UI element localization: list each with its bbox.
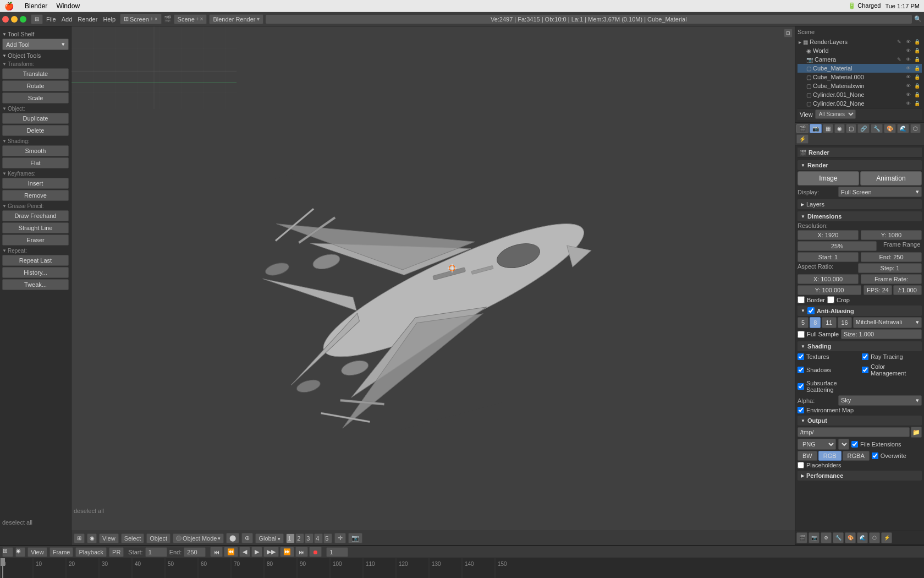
- timeline-playback-btn[interactable]: Playback: [75, 547, 107, 557]
- file-extensions-checkbox[interactable]: [851, 441, 858, 448]
- cube-material-lock-icon[interactable]: 🔒: [913, 64, 921, 72]
- render-section-header[interactable]: Render: [798, 160, 922, 170]
- world-eye-icon[interactable]: 👁: [904, 47, 912, 54]
- remove-button[interactable]: Remove: [2, 190, 69, 201]
- prop-icon-1[interactable]: 🎬: [796, 532, 807, 543]
- repeat-last-button[interactable]: Repeat Last: [2, 255, 69, 266]
- aa-header[interactable]: Anti-Aliasing: [798, 306, 922, 316]
- scene-add-icon[interactable]: +: [196, 16, 199, 22]
- prop-icon-3[interactable]: ⚙: [821, 532, 832, 543]
- outliner-item-cube-materialxwin[interactable]: ▢ Cube_Materialxwin 👁 🔒: [798, 81, 922, 90]
- render-icon[interactable]: ◉: [87, 533, 97, 543]
- resolution-y-field[interactable]: Y: 1080: [861, 230, 922, 240]
- full-sample-checkbox[interactable]: [798, 331, 805, 338]
- timeline-frame-icon[interactable]: ◉: [15, 547, 25, 557]
- border-checkbox[interactable]: [798, 296, 805, 303]
- straight-line-button[interactable]: Straight Line: [2, 222, 69, 233]
- menu-render[interactable]: Render: [75, 16, 100, 23]
- texture-tab[interactable]: 🌊: [897, 124, 909, 133]
- select-menu[interactable]: Select: [121, 533, 145, 543]
- constraints-tab[interactable]: 🔗: [857, 124, 870, 133]
- current-frame-field[interactable]: 1: [326, 547, 348, 557]
- mode-dropdown-icon[interactable]: ▾: [218, 536, 221, 541]
- textures-checkbox[interactable]: [798, 353, 804, 360]
- aa-size-field[interactable]: Size: 1.000: [841, 329, 922, 339]
- ray-tracing-checkbox[interactable]: [862, 353, 868, 360]
- screen-add-icon[interactable]: +: [150, 16, 153, 22]
- camera-lock-icon[interactable]: 🔒: [913, 56, 921, 63]
- add-tool-button[interactable]: Add Tool ▾: [2, 39, 69, 50]
- menu-help[interactable]: Help: [101, 16, 118, 23]
- cube-material-eye-icon[interactable]: 👁: [904, 64, 912, 72]
- bw-button[interactable]: BW: [798, 451, 817, 461]
- draw-freehand-button[interactable]: Draw Freehand: [2, 210, 69, 221]
- material-tab[interactable]: 🎨: [884, 124, 896, 133]
- layer-1[interactable]: 1: [286, 533, 295, 543]
- step-back-btn[interactable]: ⏪: [224, 547, 238, 557]
- outliner-item-cube-material-000[interactable]: ▢ Cube_Material.000 👁 🔒: [798, 73, 922, 81]
- rgb-button[interactable]: RGB: [818, 451, 842, 461]
- tweak-button[interactable]: Tweak...: [2, 279, 69, 290]
- deselect-all-label[interactable]: deselect all: [2, 519, 32, 526]
- scenes-select[interactable]: All Scenes: [815, 110, 856, 119]
- menu-file[interactable]: File: [44, 16, 58, 23]
- render-layers-tab[interactable]: ▦: [823, 124, 833, 133]
- renderlayers-eye-icon[interactable]: 👁: [904, 38, 912, 46]
- performance-section-header[interactable]: Performance: [798, 471, 922, 481]
- camera-extra-icon[interactable]: ✎: [895, 56, 903, 63]
- cube-material-000-eye-icon[interactable]: 👁: [904, 73, 912, 81]
- delete-button[interactable]: Delete: [2, 125, 69, 136]
- layer-5[interactable]: 5: [323, 533, 332, 543]
- rotate-button[interactable]: Rotate: [2, 80, 69, 91]
- aa-8-button[interactable]: 8: [810, 317, 821, 328]
- rgba-button[interactable]: RGBA: [843, 451, 870, 461]
- aa-16-button[interactable]: 16: [838, 317, 852, 328]
- scale-button[interactable]: Scale: [2, 92, 69, 103]
- aspect-y-field[interactable]: Y: 100.000: [798, 285, 861, 295]
- pivot-selector[interactable]: ⊕: [241, 533, 253, 543]
- transform-manipulator[interactable]: ✛: [334, 533, 346, 543]
- camera-view-btn[interactable]: 📷: [348, 533, 362, 543]
- prop-icon-4[interactable]: 🔧: [833, 532, 844, 543]
- prop-icon-7[interactable]: ⬡: [869, 532, 880, 543]
- resolution-x-field[interactable]: X: 1920: [798, 230, 859, 240]
- camera-eye-icon[interactable]: 👁: [904, 56, 912, 63]
- scene-tab[interactable]: 🎬: [796, 124, 809, 133]
- eraser-button[interactable]: Eraser: [2, 235, 69, 246]
- shadows-checkbox[interactable]: [798, 367, 804, 373]
- crop-checkbox[interactable]: [827, 296, 834, 303]
- outliner-item-cylinder-001[interactable]: ▢ Cylinder.001_None 👁 🔒: [798, 90, 922, 99]
- viewport-maximize-icon[interactable]: ⊡: [784, 29, 793, 37]
- cube-materialxwin-eye-icon[interactable]: 👁: [904, 82, 912, 90]
- end-frame-field[interactable]: 250: [184, 547, 206, 557]
- maximize-button[interactable]: [20, 16, 26, 23]
- format-selector[interactable]: PNG: [798, 439, 836, 450]
- timeline-view-btn[interactable]: View: [28, 547, 47, 557]
- renderlayers-edit-icon[interactable]: ✎: [895, 38, 903, 46]
- 3d-cursor[interactable]: [448, 264, 457, 272]
- output-path-field[interactable]: [798, 427, 910, 437]
- display-selector[interactable]: Full Screen ▾: [838, 187, 922, 197]
- search-icon[interactable]: 🔍: [914, 15, 922, 23]
- screen-remove-icon[interactable]: ×: [155, 16, 158, 22]
- placeholders-checkbox[interactable]: [798, 462, 804, 468]
- cube-materialxwin-lock-icon[interactable]: 🔒: [913, 82, 921, 90]
- image-render-button[interactable]: Image: [798, 171, 859, 186]
- prop-icon-8[interactable]: ⚡: [881, 532, 892, 543]
- physics-tab[interactable]: ⚡: [796, 134, 809, 144]
- play-btn[interactable]: ▶: [251, 547, 262, 557]
- fps-div-field[interactable]: /:1.000: [893, 285, 922, 295]
- particles-tab[interactable]: ⬡: [910, 124, 921, 133]
- animation-render-button[interactable]: Animation: [860, 171, 922, 186]
- screen-selector[interactable]: ⊞ Screen + ×: [120, 14, 162, 24]
- render-engine-selector[interactable]: Blender Render ▾: [209, 14, 263, 24]
- object-tab[interactable]: ▢: [846, 124, 856, 133]
- renderlayers-lock-icon[interactable]: 🔒: [913, 38, 921, 46]
- tool-shelf-title[interactable]: Tool Shelf: [2, 31, 69, 37]
- fps-field[interactable]: FPS: 24: [864, 285, 892, 295]
- layer-2[interactable]: 2: [295, 533, 304, 543]
- outliner-item-camera[interactable]: 📷 Camera ✎ 👁 🔒: [798, 55, 922, 64]
- outliner-item-cube-material[interactable]: ▢ Cube_Material 👁 🔒: [798, 64, 922, 73]
- frame-end-field[interactable]: End: 250: [861, 252, 922, 262]
- color-management-checkbox[interactable]: [862, 367, 868, 373]
